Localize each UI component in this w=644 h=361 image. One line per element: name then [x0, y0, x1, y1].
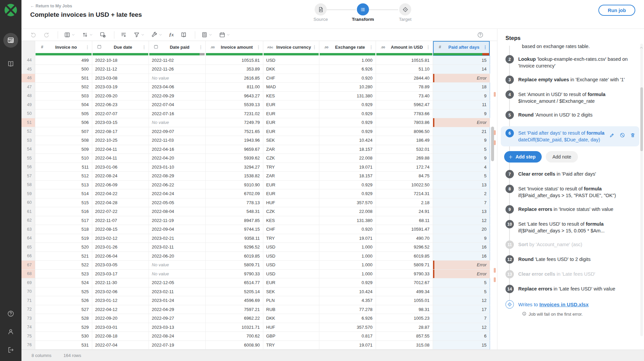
row-number-cell[interactable]: 76 — [21, 341, 35, 350]
wrench-toolbar-icon[interactable] — [151, 32, 162, 38]
calculator-toolbar-icon[interactable] — [201, 32, 212, 38]
cell-invoice-currency[interactable]: TRY — [263, 163, 319, 172]
cell-amount-in-usd[interactable]: 5962.47 — [376, 100, 433, 109]
cell-exchange-rate[interactable]: 0.929 — [319, 189, 376, 198]
cell-invoice-currency[interactable]: CZK — [263, 207, 319, 216]
cell-invoice-amount[interactable]: 548.31 — [205, 207, 263, 216]
cell-invoice-no[interactable]: 530 — [35, 332, 92, 341]
cell-invoice-currency[interactable]: EUR — [263, 180, 319, 189]
cell-invoice-currency[interactable]: KES — [263, 91, 319, 100]
cell-date-paid[interactable]: 2022-09-27 — [149, 314, 205, 323]
row-number-cell[interactable]: 67 — [21, 261, 35, 270]
cell-paid-after-days[interactable]: 5 — [433, 287, 490, 296]
cell-paid-after-days[interactable]: Error — [433, 74, 490, 83]
cell-exchange-rate[interactable]: 19.071 — [319, 234, 376, 243]
cell-invoice-amount[interactable]: 6702.09 — [205, 189, 263, 198]
cell-due-date[interactable]: 2023-02-12 — [92, 234, 149, 243]
app-logo-clover-icon[interactable] — [4, 3, 17, 17]
cell-invoice-currency[interactable]: HUF — [263, 323, 319, 332]
cell-amount-in-usd[interactable]: 7803.86 — [376, 118, 433, 127]
cell-invoice-no[interactable]: 515 — [35, 198, 92, 207]
cell-exchange-rate[interactable]: 18.157 — [319, 172, 376, 181]
sidebar-help-icon[interactable] — [3, 306, 18, 321]
cell-paid-after-days[interactable]: 16 — [433, 243, 490, 252]
cell-invoice-currency[interactable]: USD — [263, 269, 319, 278]
cell-invoice-no[interactable]: 509 — [35, 145, 92, 154]
cell-amount-in-usd[interactable]: 9296.52 — [376, 243, 433, 252]
cell-due-date[interactable]: 2022-09-20 — [92, 91, 149, 100]
row-number-cell[interactable]: 75 — [21, 332, 35, 341]
cell-due-date[interactable]: 2023-03-15 — [92, 118, 149, 127]
cell-invoice-amount[interactable]: 5809.71 — [205, 261, 263, 270]
cell-invoice-currency[interactable]: SEK — [263, 287, 319, 296]
cell-due-date[interactable]: 2022-11-30 — [92, 278, 149, 287]
step-item-3[interactable]: 3Replace empty values in 'Exchange rate'… — [505, 76, 639, 84]
cell-due-date[interactable]: 2022-11-07 — [92, 216, 149, 225]
cell-exchange-rate[interactable]: 19.071 — [319, 341, 376, 350]
cell-paid-after-days[interactable]: 9 — [433, 91, 490, 100]
stepper-transform[interactable]: Transform — [348, 2, 378, 22]
cell-date-paid[interactable]: 2022-12-05 — [149, 278, 205, 287]
cell-due-date[interactable]: 2022-04-28 — [92, 198, 149, 207]
cell-invoice-amount[interactable]: 1943.96 — [205, 136, 263, 145]
cell-date-paid[interactable]: 2023-04-06 — [149, 83, 205, 92]
cell-invoice-amount[interactable]: 6008.90 — [205, 341, 263, 350]
cell-paid-after-days[interactable]: 9 — [433, 154, 490, 163]
stepper-target[interactable]: Target — [390, 2, 420, 22]
book-toolbar-icon[interactable] — [180, 32, 187, 38]
add-note-button[interactable]: Add note — [546, 151, 578, 163]
row-number-cell[interactable]: 50 — [21, 109, 35, 118]
column-header-date-paid[interactable]: Date paid⋮ — [149, 41, 205, 56]
cell-invoice-currency[interactable]: USD — [263, 261, 319, 270]
cell-invoice-no[interactable]: 522 — [35, 261, 92, 270]
cell-amount-in-usd[interactable]: 172.74 — [376, 163, 433, 172]
cell-paid-after-days[interactable]: 14 — [433, 65, 490, 74]
cell-invoice-currency[interactable]: PLN — [263, 296, 319, 305]
cell-due-date[interactable]: 2022-04-11 — [92, 154, 149, 163]
cell-exchange-rate[interactable]: 0.929 — [319, 127, 376, 136]
cell-amount-in-usd[interactable]: 2844.40 — [376, 74, 433, 83]
cell-invoice-amount[interactable]: 5939.62 — [205, 154, 263, 163]
cell-due-date[interactable]: 2022-04-22 — [92, 189, 149, 198]
row-number-cell[interactable]: 62 — [21, 216, 35, 225]
cell-invoice-amount[interactable]: 5539.13 — [205, 100, 263, 109]
cell-paid-after-days[interactable]: 16 — [433, 252, 490, 261]
cell-invoice-no[interactable]: 502 — [35, 83, 92, 92]
column-header-invoice-no[interactable]: #Invoice no⋮ — [35, 41, 92, 56]
cell-invoice-currency[interactable]: EUR — [263, 189, 319, 198]
cell-date-paid[interactable]: 2022-09-07 — [149, 127, 205, 136]
cell-invoice-no[interactable]: 500 — [35, 65, 92, 74]
row-number-cell[interactable]: 61 — [21, 207, 35, 216]
cell-exchange-rate[interactable]: 0.920 — [319, 225, 376, 234]
cell-amount-in-usd[interactable]: 5809.71 — [376, 261, 433, 270]
cell-paid-after-days[interactable]: 12 — [433, 323, 490, 332]
cell-invoice-currency[interactable]: CHF — [263, 225, 319, 234]
cell-paid-after-days[interactable]: 21 — [433, 127, 490, 136]
chevron-down-icon[interactable] — [226, 32, 230, 38]
cell-invoice-amount[interactable]: 8947.85 — [205, 216, 263, 225]
step-item-9[interactable]: 9Replace errors in 'Invoice status' with… — [505, 206, 639, 214]
column-header-invoice-currency[interactable]: AbcInvoice currency⋮ — [263, 41, 319, 56]
cell-due-date[interactable]: 2023-03-05 — [92, 261, 149, 270]
cell-invoice-amount[interactable]: 1538.82 — [205, 172, 263, 181]
cell-invoice-amount[interactable]: 778.13 — [205, 198, 263, 207]
row-number-cell[interactable]: 72 — [21, 305, 35, 314]
cell-invoice-amount[interactable]: 7249.79 — [205, 118, 263, 127]
row-number-cell[interactable]: 56 — [21, 163, 35, 172]
cell-exchange-rate[interactable]: 1.000 — [319, 269, 376, 278]
cell-paid-after-days[interactable]: 9 — [433, 234, 490, 243]
cell-invoice-no[interactable]: 526 — [35, 296, 92, 305]
cell-due-date[interactable]: 2023-01-26 — [92, 243, 149, 252]
cell-invoice-no[interactable]: 514 — [35, 189, 92, 198]
cell-amount-in-usd[interactable]: 2.18 — [376, 198, 433, 207]
cell-amount-in-usd[interactable]: 7783.66 — [376, 109, 433, 118]
cell-exchange-rate[interactable]: 10.424 — [319, 136, 376, 145]
cell-paid-after-days[interactable]: 5 — [433, 145, 490, 154]
cell-due-date[interactable]: 2023-03-19 — [92, 83, 149, 92]
cell-paid-after-days[interactable]: 7 — [433, 314, 490, 323]
step-item-7[interactable]: 7Clear error cells in 'Paid after days' — [505, 171, 639, 178]
funnel-toolbar-icon[interactable] — [133, 32, 145, 38]
cell-invoice-currency[interactable]: TRY — [263, 341, 319, 350]
cell-invoice-currency[interactable]: DKK — [263, 65, 319, 74]
row-number-cell[interactable]: 48 — [21, 91, 35, 100]
